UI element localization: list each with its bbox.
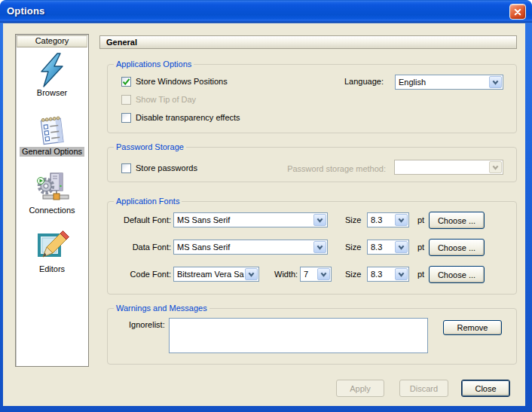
checkbox-label: Store Windows Positions	[136, 77, 228, 86]
chevron-down-icon[interactable]	[489, 76, 502, 88]
chevron-down-icon	[489, 161, 502, 173]
sidebar-item-general-options[interactable]: General Options	[16, 111, 88, 157]
code-font-label: Code Font:	[108, 270, 171, 279]
discard-button[interactable]: Discard	[399, 380, 448, 397]
checkbox-label: Show Tip of Day	[136, 95, 196, 104]
language-select[interactable]: English	[395, 75, 503, 90]
frame-pencil-icon	[34, 228, 70, 264]
group-title: Applications Options	[114, 60, 194, 69]
code-font-size-select[interactable]: 8.3	[367, 267, 409, 282]
chevron-down-icon[interactable]	[395, 241, 408, 253]
remove-button[interactable]: Remove	[443, 320, 502, 335]
choose-button-label: Choose ...	[438, 216, 475, 225]
group-title: Password Storage	[114, 142, 186, 151]
checkbox-box	[121, 95, 131, 105]
checkbox-box	[121, 163, 131, 173]
dialog-client-area: Category Browser	[3, 23, 525, 406]
checkbox-disable-transparency[interactable]: Disable transparency effects	[121, 112, 240, 123]
chevron-down-icon[interactable]	[395, 268, 408, 280]
checkbox-box	[121, 113, 131, 123]
default-font-select[interactable]: MS Sans Serif	[173, 212, 328, 227]
size-value: 8.3	[371, 243, 394, 252]
group-applications-options: Applications Options Store Windows Posit…	[107, 64, 517, 133]
discard-button-label: Discard	[410, 384, 438, 393]
data-font-choose-button[interactable]: Choose ...	[429, 239, 485, 256]
size-label: Size	[345, 243, 361, 252]
x-icon	[513, 8, 522, 17]
apply-button-label: Apply	[350, 384, 371, 393]
default-font-value: MS Sans Serif	[177, 215, 313, 224]
notepad-checklist-icon	[34, 111, 70, 147]
checkbox-store-windows-positions[interactable]: Store Windows Positions	[121, 76, 228, 87]
code-font-width-select[interactable]: 7	[300, 267, 332, 282]
checkbox-store-passwords[interactable]: Store passwords	[121, 163, 197, 173]
titlebar[interactable]: Options	[0, 0, 532, 23]
default-font-choose-button[interactable]: Choose ...	[429, 212, 485, 229]
sidebar-item-label: General Options	[20, 147, 84, 157]
data-font-label: Data Font:	[108, 243, 171, 252]
page-title: General	[99, 35, 517, 49]
checkbox-show-tip-of-day[interactable]: Show Tip of Day	[121, 94, 196, 105]
chevron-down-icon[interactable]	[395, 214, 408, 226]
size-value: 8.3	[371, 215, 394, 224]
options-dialog: Options Category Browser	[0, 0, 532, 412]
window-title: Options	[7, 5, 45, 17]
close-button[interactable]	[509, 4, 526, 20]
apply-button[interactable]: Apply	[336, 380, 384, 397]
size-label: Size	[345, 270, 361, 279]
data-font-value: MS Sans Serif	[177, 243, 313, 252]
default-font-label: Default Font:	[108, 215, 171, 224]
size-label: Size	[345, 215, 361, 224]
remove-button-label: Remove	[457, 323, 488, 332]
choose-button-label: Choose ...	[438, 243, 475, 252]
ignorelist-listbox[interactable]	[169, 318, 428, 353]
green-check-icon	[122, 78, 130, 86]
checkbox-label: Store passwords	[136, 163, 197, 172]
checkbox-label: Disable transparency effects	[136, 113, 240, 122]
category-sidebar: Category Browser	[15, 34, 89, 367]
password-method-select	[394, 160, 503, 175]
computer-gear-network-icon	[34, 169, 70, 206]
data-font-size-select[interactable]: 8.3	[367, 240, 409, 255]
password-method-label: Password storage method:	[287, 164, 386, 173]
width-label: Width:	[274, 270, 298, 279]
sidebar-item-connections[interactable]: Connections	[16, 169, 88, 215]
data-font-select[interactable]: MS Sans Serif	[173, 240, 328, 255]
group-title: Application Fonts	[114, 197, 182, 206]
close-button-footer[interactable]: Close	[461, 380, 510, 397]
choose-button-label: Choose ...	[438, 270, 475, 279]
language-label: Language:	[344, 77, 384, 86]
pt-label: pt	[417, 215, 424, 224]
checkbox-box	[121, 77, 131, 87]
group-warnings-messages: Warnings and Messages Ignorelist: Remove	[107, 308, 517, 365]
group-password-storage: Password Storage Store passwords Passwor…	[107, 147, 517, 182]
default-font-size-select[interactable]: 8.3	[367, 212, 409, 227]
width-value: 7	[304, 270, 316, 279]
code-font-select[interactable]: Bitstream Vera Sans Mono	[173, 267, 259, 282]
sidebar-item-browser[interactable]: Browser	[16, 52, 88, 98]
language-value: English	[399, 78, 488, 87]
pt-label: pt	[417, 243, 424, 252]
ignorelist-label: Ignorelist:	[129, 320, 165, 329]
chevron-down-icon[interactable]	[317, 268, 330, 280]
chevron-down-icon[interactable]	[245, 268, 258, 280]
lightning-icon	[34, 52, 70, 88]
close-button-label: Close	[475, 384, 496, 393]
chevron-down-icon[interactable]	[313, 214, 326, 226]
sidebar-item-label: Connections	[26, 206, 77, 215]
chevron-down-icon[interactable]	[313, 241, 326, 253]
category-header: Category	[17, 35, 87, 47]
size-value: 8.3	[371, 270, 394, 279]
sidebar-item-label: Editors	[37, 264, 67, 274]
group-title: Warnings and Messages	[114, 304, 209, 313]
pt-label: pt	[417, 270, 424, 279]
sidebar-item-editors[interactable]: Editors	[16, 228, 88, 274]
code-font-choose-button[interactable]: Choose ...	[429, 266, 485, 283]
group-application-fonts: Application Fonts Default Font: MS Sans …	[107, 201, 517, 295]
sidebar-item-label: Browser	[35, 88, 69, 98]
code-font-value: Bitstream Vera Sans Mono	[177, 270, 244, 279]
